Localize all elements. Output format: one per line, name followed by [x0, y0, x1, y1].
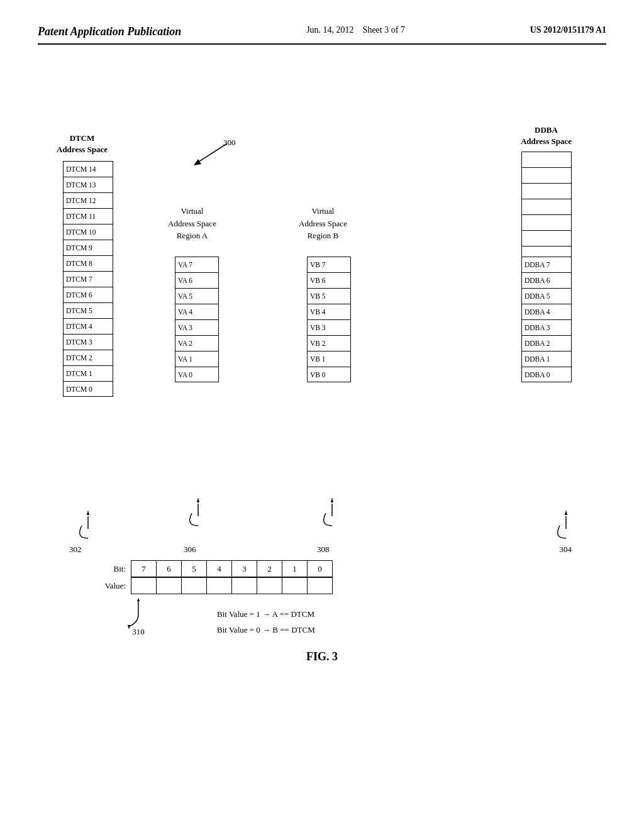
ddba-empty-cell	[521, 183, 572, 199]
vb-cell: VB 1	[307, 351, 351, 367]
vb-cell: VB 5	[307, 288, 351, 304]
bit-value-cell	[182, 578, 207, 594]
dtcm-cell: DTCM 8	[63, 255, 113, 271]
va-cell: VA 1	[175, 351, 219, 367]
dtcm-stack: DTCM 14DTCM 13DTCM 12DTCM 11DTCM 10DTCM …	[63, 161, 113, 397]
dtcm-cell: DTCM 9	[63, 240, 113, 255]
ddba-address-space-label: DDBAAddress Space	[521, 124, 572, 147]
dtcm-cell: DTCM 5	[63, 302, 113, 318]
ddba-lower-stack: DDBA 7DDBA 6DDBA 5DDBA 4DDBA 3DDBA 2DDBA…	[521, 257, 572, 382]
bit-value-cell	[131, 578, 157, 594]
ddba-upper-stack	[521, 152, 572, 262]
ref-310-arrow: 310	[123, 598, 154, 637]
bit-value-row	[131, 578, 333, 594]
va-cell: VA 5	[175, 288, 219, 304]
vb-cell: VB 4	[307, 304, 351, 319]
header-patent-number: US 2012/0151179 A1	[530, 25, 606, 35]
svg-line-0	[195, 144, 226, 164]
vb-label: VirtualAddress SpaceRegion B	[299, 205, 347, 242]
value-label: Value:	[88, 581, 126, 591]
ddba-cell: DDBA 2	[521, 335, 572, 351]
page: Patent Application Publication Jun. 14, …	[0, 0, 644, 830]
dtcm-cell: DTCM 0	[63, 381, 113, 397]
svg-marker-11	[137, 598, 140, 601]
svg-marker-10	[128, 625, 130, 629]
ddba-cell: DDBA 0	[521, 367, 572, 382]
ddba-empty-cell	[521, 199, 572, 214]
ddba-cell: DDBA 5	[521, 288, 572, 304]
dtcm-cell: DTCM 10	[63, 224, 113, 240]
annotation-line1: Bit Value = 1 → A == DTCM	[217, 607, 315, 622]
va-cell: VA 7	[175, 257, 219, 272]
bit-table-values	[131, 577, 333, 594]
dtcm-cell: DTCM 3	[63, 334, 113, 350]
ref-302: 302	[69, 545, 82, 555]
va-stack: VA 7VA 6VA 5VA 4VA 3VA 2VA 1VA 0	[175, 257, 219, 382]
bit-value-cell	[282, 578, 308, 594]
svg-marker-7	[197, 497, 199, 502]
ddba-empty-cell	[521, 167, 572, 183]
fig-label: FIG. 3	[38, 650, 606, 663]
ddba-empty-cell	[521, 230, 572, 246]
bit-value-cell	[308, 578, 333, 594]
annotation-line2: Bit Value = 0 → B == DTCM	[217, 622, 315, 638]
dtcm-cell: DTCM 1	[63, 365, 113, 381]
ref-310-section: 310 Bit Value = 1 → A == DTCM Bit Value …	[88, 598, 606, 638]
ddba-cell: DDBA 1	[521, 351, 572, 367]
ref-300: 300	[223, 138, 236, 148]
vb-cell: VB 7	[307, 257, 351, 272]
ref-304: 304	[560, 545, 572, 555]
dtcm-cell: DTCM 11	[63, 208, 113, 224]
svg-marker-3	[87, 510, 89, 515]
va-cell: VA 0	[175, 367, 219, 382]
vb-cell: VB 6	[307, 272, 351, 288]
svg-marker-1	[194, 159, 201, 165]
ref-310-label: 310	[132, 627, 145, 637]
ddba-cell: DDBA 6	[521, 272, 572, 288]
ref-306: 306	[184, 545, 196, 555]
arrow-310-svg	[123, 598, 154, 629]
dtcm-cell: DTCM 4	[63, 318, 113, 334]
header-date-sheet: Jun. 14, 2012 Sheet 3 of 7	[306, 25, 405, 35]
dtcm-cell: DTCM 2	[63, 350, 113, 365]
svg-marker-9	[331, 497, 333, 502]
va-cell: VA 4	[175, 304, 219, 319]
bit-value-cell	[257, 578, 282, 594]
vb-cell: VB 3	[307, 319, 351, 335]
diagram-area: 300 DTCMAddress Space DTCM 14DTCM 13DTCM…	[38, 64, 606, 579]
va-cell: VA 2	[175, 335, 219, 351]
bit-value-cell	[232, 578, 257, 594]
ref-308: 308	[317, 545, 330, 555]
value-row: Value:	[88, 577, 606, 594]
vb-stack: VB 7VB 6VB 5VB 4VB 3VB 2VB 1VB 0	[307, 257, 351, 382]
vb-cell: VB 0	[307, 367, 351, 382]
va-cell: VA 3	[175, 319, 219, 335]
ddba-cell: DDBA 7	[521, 257, 572, 272]
bit-value-cell	[157, 578, 182, 594]
dtcm-cell: DTCM 7	[63, 271, 113, 287]
header-publication-title: Patent Application Publication	[38, 25, 181, 38]
header: Patent Application Publication Jun. 14, …	[38, 25, 606, 45]
dtcm-cell: DTCM 13	[63, 177, 113, 192]
dtcm-cell: DTCM 14	[63, 161, 113, 177]
dtcm-cell: DTCM 6	[63, 287, 113, 302]
ddba-cell: DDBA 4	[521, 304, 572, 319]
vb-cell: VB 2	[307, 335, 351, 351]
ddba-empty-cell	[521, 152, 572, 167]
dtcm-address-space-label: DTCMAddress Space	[57, 133, 108, 155]
dtcm-cell: DTCM 12	[63, 192, 113, 208]
svg-marker-5	[565, 510, 567, 515]
ddba-empty-cell	[521, 214, 572, 230]
bit-value-cell	[207, 578, 232, 594]
ddba-cell: DDBA 3	[521, 319, 572, 335]
va-cell: VA 6	[175, 272, 219, 288]
bit-annotations: Bit Value = 1 → A == DTCM Bit Value = 0 …	[217, 607, 315, 638]
va-label: VirtualAddress SpaceRegion A	[168, 205, 216, 242]
